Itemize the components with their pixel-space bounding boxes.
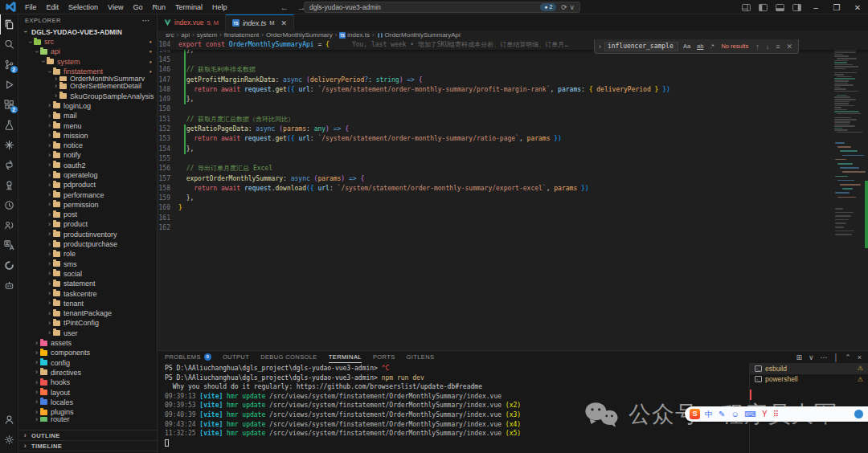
minimap[interactable] xyxy=(833,39,864,349)
code-line-160[interactable]: 160} xyxy=(158,203,868,213)
tree-item-role[interactable]: ›role xyxy=(18,249,157,259)
tree-item-plugins[interactable]: ›plugins xyxy=(18,407,157,417)
panel-tab-debug-console[interactable]: DEBUG CONSOLE xyxy=(260,351,317,363)
tree-item-hooks[interactable]: ›hooks xyxy=(18,378,157,387)
tree-item-performance[interactable]: ›performance xyxy=(18,190,157,199)
code-line-148[interactable]: 148 return await request.get({ url: `/sy… xyxy=(158,85,868,95)
close-icon[interactable]: ✕ xyxy=(281,19,288,27)
tree-item-directives[interactable]: ›directives xyxy=(18,368,157,378)
tree-item-system[interactable]: ›system● xyxy=(18,57,157,67)
activity-spark-button[interactable] xyxy=(0,135,18,155)
tree-item-sms[interactable]: ›sms xyxy=(18,259,157,269)
tab-index-vue[interactable]: index.vue 5, M xyxy=(158,14,226,31)
explorer-more-icon[interactable]: ⋯ xyxy=(142,16,151,25)
breadcrumb-item-src[interactable]: src xyxy=(166,31,174,39)
panel-tab-ports[interactable]: PORTS xyxy=(373,351,395,363)
find-expand-icon[interactable]: › xyxy=(599,43,601,51)
code-line-162[interactable]: 162 xyxy=(158,223,868,233)
minimize-button[interactable]: – xyxy=(805,0,826,14)
panel-tab-output[interactable]: OUTPUT xyxy=(223,351,249,363)
code-line-159[interactable]: 159 }, xyxy=(158,194,868,203)
activity-ring-button[interactable] xyxy=(0,255,18,275)
toggle-panel-icon[interactable] xyxy=(775,2,785,13)
code-line-147[interactable]: 147 getProfitMarginRankData: async (deli… xyxy=(158,76,868,85)
code-line-156[interactable]: 156 // 导出订单月度汇总 Excel xyxy=(158,164,868,173)
tree-item-layout[interactable]: ›layout xyxy=(18,387,157,397)
close-panel-icon[interactable]: × xyxy=(858,353,862,361)
panel-tab-problems[interactable]: PROBLEMS9 xyxy=(165,351,211,363)
activity-extensions-button[interactable]: 2 xyxy=(0,95,18,115)
breadcrumb-item-system[interactable]: system xyxy=(197,31,217,39)
menu-run[interactable]: Run xyxy=(147,2,170,13)
ime-round-icon[interactable] xyxy=(854,410,863,418)
activity-run-debug-button[interactable] xyxy=(0,75,18,95)
tree-item-product[interactable]: ›product xyxy=(18,219,157,229)
breadcrumb-item-OrderMonthlySummaryApi[interactable]: OrderMonthlySummaryApi xyxy=(377,31,461,39)
tree-item-social[interactable]: ›social xyxy=(18,269,157,279)
breadcrumb-item-OrderMonthlySummary[interactable]: OrderMonthlySummary xyxy=(266,31,333,39)
tree-item-permission[interactable]: ›permission xyxy=(18,200,157,210)
activity-python-button[interactable] xyxy=(0,155,18,175)
tree-item-components[interactable]: ›components xyxy=(18,348,157,357)
toggle-secondary-sidebar-icon[interactable] xyxy=(792,2,802,13)
tree-item-assets[interactable]: ›assets xyxy=(18,338,157,348)
activity-settings-gear-button[interactable] xyxy=(0,430,18,450)
code-line-157[interactable]: 157 exportOrderMonthlySummary: async (pa… xyxy=(158,174,868,184)
whole-word-option[interactable]: ab xyxy=(695,42,705,51)
menu-terminal[interactable]: Terminal xyxy=(170,2,207,13)
sync-icon[interactable]: ⟳ ∨ xyxy=(561,3,575,11)
terminal-process-powershell[interactable]: ›_powershell⚠ xyxy=(750,374,868,386)
tree-item-menu[interactable]: ›menu xyxy=(18,120,157,130)
code-line-155[interactable]: 155 xyxy=(158,154,868,164)
activity-robot-button[interactable] xyxy=(0,275,18,296)
tree-item-oauth2[interactable]: ›oauth2 xyxy=(18,161,157,170)
split-terminal-icon[interactable]: ⊞ xyxy=(796,353,802,361)
outline-section[interactable]: › OUTLINE xyxy=(18,430,157,440)
activity-stamp-button[interactable] xyxy=(0,175,18,195)
tree-item-tenant[interactable]: ›tenant xyxy=(18,299,157,308)
code-line-149[interactable]: 149 }, xyxy=(158,95,868,104)
toggle-sidebar-icon[interactable] xyxy=(758,2,768,13)
overview-ruler[interactable] xyxy=(864,39,868,349)
code-editor[interactable]: 104export const OrderMonthlySummaryApi =… xyxy=(158,39,868,349)
maximize-panel-icon[interactable]: ⌃ xyxy=(845,353,851,361)
code-line-158[interactable]: 158 return await request.download({ url:… xyxy=(158,184,868,194)
code-line-145[interactable]: 145 xyxy=(158,55,868,65)
activity-translate-button[interactable] xyxy=(0,235,18,255)
tab-index-ts[interactable]: TS index.ts M ✕ xyxy=(226,14,294,31)
find-previous-icon[interactable]: ↑ xyxy=(754,43,761,51)
tree-root-folder[interactable]: › DGLS-YUDAO-VUE3-ADMIN xyxy=(18,27,157,37)
split-chevron-icon[interactable]: ∨ xyxy=(809,353,814,361)
tree-item-tenantPackage[interactable]: ›tenantPackage xyxy=(18,308,157,318)
terminal-process-esbuild[interactable]: ›_esbuild⚠ xyxy=(750,363,868,374)
tree-item-OrderSettlementDetail[interactable]: ›OrderSettlementDetail xyxy=(18,81,157,91)
tree-item-notify[interactable]: ›notify xyxy=(18,150,157,160)
tree-item-pdproduct[interactable]: ›pdproduct xyxy=(18,180,157,190)
menu-go[interactable]: Go xyxy=(128,2,147,13)
close-button[interactable]: ✕ xyxy=(847,0,868,14)
menu-view[interactable]: View xyxy=(103,2,128,13)
tree-item-statement[interactable]: ›statement xyxy=(18,279,157,288)
tree-item-locales[interactable]: ›locales xyxy=(18,398,157,407)
match-case-option[interactable]: Aa xyxy=(682,42,692,51)
tree-item-user[interactable]: ›user xyxy=(18,329,157,338)
menu-edit[interactable]: Edit xyxy=(42,2,64,13)
find-close-icon[interactable]: ✕ xyxy=(784,43,794,51)
sogou-logo-icon[interactable]: S xyxy=(690,409,700,419)
tree-item-mission[interactable]: ›mission xyxy=(18,131,157,141)
code-line-152[interactable]: 152 getRatioPageData: async (params: any… xyxy=(158,124,868,134)
breadcrumb-item-finstatement[interactable]: finstatement xyxy=(224,31,260,39)
tree-item-productpurchase[interactable]: ›productpurchase xyxy=(18,239,157,249)
panel-tab-terminal[interactable]: TERMINAL xyxy=(329,351,362,363)
tree-item-loginLog[interactable]: ›loginLog xyxy=(18,101,157,111)
back-arrow-icon[interactable]: ← xyxy=(280,2,289,12)
tree-item-productinventory[interactable]: ›productinventory xyxy=(18,230,157,239)
terminal-output[interactable]: PS D:\AAliuchanghua\dgls_project\dgls-yu… xyxy=(165,364,747,453)
find-input[interactable] xyxy=(604,42,678,51)
restore-button[interactable]: ❐ xyxy=(826,0,847,14)
command-center-search[interactable]: dgls-yudao-vue3-admin ● 2 ⟳ ∨ xyxy=(304,2,580,13)
code-line-150[interactable]: 150 xyxy=(158,104,868,114)
ime-tool-icon[interactable]: ⌨ xyxy=(745,406,756,422)
activity-account-button[interactable] xyxy=(0,410,18,430)
tree-item-finstatement[interactable]: ›finstatement● xyxy=(18,67,157,76)
